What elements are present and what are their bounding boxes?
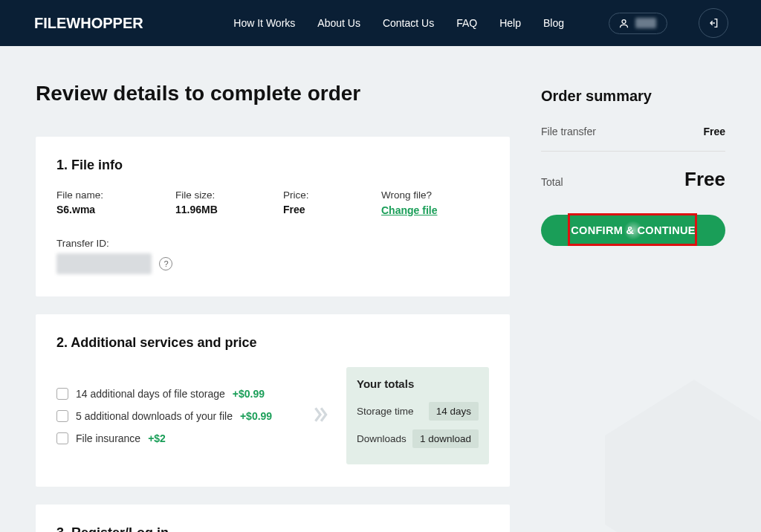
file-size-label: File size: (175, 189, 283, 201)
logout-button[interactable] (699, 8, 728, 38)
option-storage-days[interactable]: 14 additional days of file storage +$0.9… (56, 388, 294, 400)
wrong-file-label: Wrong file? (381, 189, 437, 201)
totals-downloads-row: Downloads 1 download (346, 425, 489, 452)
register-login-card: 3. Register/Log in You are logged in as … (36, 505, 510, 532)
file-info-row: File name: S6.wma File size: 11.96MB Pri… (56, 189, 489, 217)
totals-storage-value: 14 days (429, 402, 479, 421)
option-downloads[interactable]: 5 additional downloads of your file +$0.… (56, 410, 294, 422)
options-list: 14 additional days of file storage +$0.9… (56, 388, 294, 444)
option-storage-checkbox[interactable] (56, 388, 68, 400)
summary-total-value: Free (684, 168, 725, 191)
price-value: Free (283, 204, 381, 215)
totals-downloads-label: Downloads (357, 433, 407, 444)
file-info-card: 1. File info File name: S6.wma File size… (36, 137, 510, 296)
decorative-polygon (583, 369, 761, 532)
option-downloads-checkbox[interactable] (56, 410, 68, 422)
arrow-icon (311, 405, 330, 427)
totals-storage-label: Storage time (357, 406, 414, 417)
register-login-title: 3. Register/Log in (56, 525, 489, 532)
price-label: Price: (283, 189, 381, 201)
option-downloads-price: +$0.99 (240, 410, 272, 422)
transfer-id-redacted (56, 253, 152, 274)
nav-contact-us[interactable]: Contact Us (383, 17, 434, 29)
confirm-continue-button[interactable]: CONFIRM & CONTINUE (541, 215, 725, 246)
summary-file-transfer-row: File transfer Free (541, 126, 725, 152)
summary-title: Order summary (541, 88, 725, 105)
brand-logo[interactable]: FILEWHOPPER (34, 15, 143, 32)
page-title: Review details to complete order (36, 82, 510, 106)
option-insurance[interactable]: File insurance +$2 (56, 432, 294, 444)
file-info-title: 1. File info (56, 158, 489, 173)
nav-how-it-works[interactable]: How It Works (233, 17, 295, 29)
logout-icon (707, 17, 719, 29)
summary-file-transfer-label: File transfer (541, 126, 596, 137)
summary-total-label: Total (541, 176, 563, 188)
summary-file-transfer-value: Free (703, 126, 725, 137)
user-icon (618, 18, 629, 29)
change-file-link[interactable]: Change file (381, 204, 437, 216)
file-name-label: File name: (56, 189, 175, 201)
option-downloads-label: 5 additional downloads of your file (76, 410, 233, 422)
nav-faq[interactable]: FAQ (456, 17, 477, 29)
left-column: Review details to complete order 1. File… (36, 82, 510, 532)
option-storage-label: 14 additional days of file storage (76, 388, 225, 400)
svg-marker-1 (605, 380, 761, 532)
totals-storage-row: Storage time 14 days (346, 398, 489, 425)
totals-title: Your totals (346, 377, 489, 398)
summary-total-row: Total Free (541, 168, 725, 191)
app-header: FILEWHOPPER How It Works About Us Contac… (0, 0, 761, 46)
svg-point-0 (622, 19, 626, 23)
option-insurance-label: File insurance (76, 432, 140, 444)
nav-blog[interactable]: Blog (543, 17, 564, 29)
option-insurance-checkbox[interactable] (56, 432, 68, 444)
totals-downloads-value: 1 download (412, 429, 479, 448)
username-redacted (635, 18, 656, 28)
nav-about-us[interactable]: About Us (317, 17, 360, 29)
option-storage-price: +$0.99 (233, 388, 265, 400)
user-menu[interactable] (609, 13, 667, 34)
additional-services-card: 2. Additional services and price 14 addi… (36, 314, 510, 487)
file-name-value: S6.wma (56, 204, 175, 215)
main-nav: How It Works About Us Contact Us FAQ Hel… (233, 8, 728, 38)
transfer-id-label: Transfer ID: (56, 238, 489, 249)
totals-box: Your totals Storage time 14 days Downloa… (346, 367, 489, 464)
nav-help[interactable]: Help (499, 17, 521, 29)
additional-services-title: 2. Additional services and price (56, 335, 489, 351)
help-icon[interactable]: ? (159, 257, 172, 270)
file-size-value: 11.96MB (175, 204, 283, 215)
order-summary: Order summary File transfer Free Total F… (541, 82, 725, 246)
option-insurance-price: +$2 (148, 432, 166, 444)
